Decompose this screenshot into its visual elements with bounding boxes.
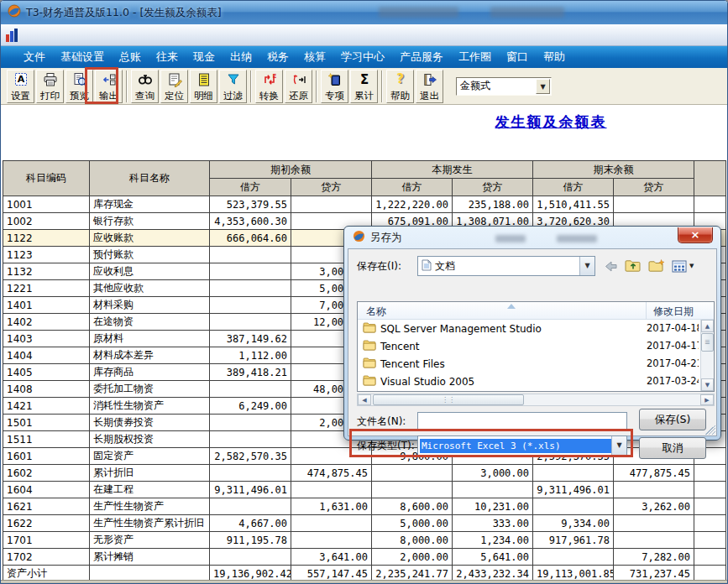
special-button[interactable]: 专项 xyxy=(321,70,348,103)
horizontal-scrollbar[interactable]: ◀ ⋮⋮ ▶ xyxy=(357,394,715,406)
menu-item[interactable]: 学习中心 xyxy=(333,46,392,68)
menu-item[interactable]: 产品服务 xyxy=(392,46,451,68)
svg-text:?: ? xyxy=(396,72,404,86)
locate-button[interactable]: 定位 xyxy=(160,70,188,103)
cell-amount xyxy=(533,549,614,566)
cell-amount: 4,667.00 xyxy=(210,515,291,532)
cell-amount xyxy=(210,549,291,566)
scrollbar-thumb[interactable]: ⋮⋮ xyxy=(373,394,524,405)
menu-item[interactable]: 现金 xyxy=(186,46,223,68)
table-total-row[interactable]: 资产小计19,136,902.42557,147.452,235,241.772… xyxy=(3,566,726,581)
convert-button[interactable]: E转换 xyxy=(255,70,283,103)
cell-amount xyxy=(614,515,694,532)
chevron-down-icon[interactable]: ▼ xyxy=(611,436,626,455)
file-type-combobox[interactable]: Microsoft Excel 3 (*.xls) ▼ xyxy=(417,435,627,456)
menu-item[interactable]: 往来 xyxy=(149,46,186,68)
chevron-down-icon[interactable]: ▼ xyxy=(536,79,550,94)
cell-amount xyxy=(453,482,533,498)
menu-item[interactable]: 文件 xyxy=(16,46,53,68)
help-button[interactable]: ??帮助 xyxy=(386,70,414,103)
toolbar-button-label: 定位 xyxy=(165,90,184,102)
scroll-up-icon[interactable]: ▲ xyxy=(701,320,714,332)
sum-button[interactable]: Σ累计 xyxy=(350,70,378,103)
toolbar-separator xyxy=(126,70,128,102)
export-button[interactable]: 输出 xyxy=(95,70,123,103)
file-list-item[interactable]: Visual Studio 20052017-03-24 上午 xyxy=(358,373,714,390)
cell-amount xyxy=(210,465,291,482)
settings-button[interactable]: A设置 xyxy=(7,70,34,103)
menu-item[interactable]: 总账 xyxy=(112,46,149,68)
file-list-item[interactable]: SQL Server Management Studio2017-04-18 上… xyxy=(358,320,714,337)
format-combobox[interactable]: 金额式▼ xyxy=(456,77,552,96)
format-combobox-value: 金额式 xyxy=(457,79,536,93)
menu-item[interactable]: 帮助 xyxy=(536,46,573,68)
table-row[interactable]: 1602累计折旧474,875.453,000.00477,875.45 xyxy=(3,465,726,482)
table-row[interactable]: 1001库存现金523,379.551,222,220.00235,188.00… xyxy=(3,196,726,213)
chevron-down-icon[interactable]: ▼ xyxy=(579,257,594,275)
save-as-dialog: 另存为 × 保存在(I): 文档 ▼ xyxy=(343,226,721,441)
close-icon[interactable]: × xyxy=(678,227,713,243)
table-row[interactable]: 1701无形资产911,195.788,000.001,234.00917,96… xyxy=(3,532,726,549)
column-header-name[interactable]: 名称 xyxy=(358,302,647,319)
blurred-text xyxy=(495,235,526,242)
table-row[interactable]: 1604在建工程9,311,496.019,311,496.01 xyxy=(3,482,726,498)
locate-icon xyxy=(167,72,182,87)
scroll-left-icon[interactable]: ◀ xyxy=(358,394,371,405)
cell-amount: 1,631.00 xyxy=(291,498,372,515)
cell-amount xyxy=(372,465,453,482)
col-group-current: 本期发生 xyxy=(372,161,533,179)
restore-icon xyxy=(291,72,306,87)
cell-amount xyxy=(210,498,291,515)
vertical-scrollbar[interactable]: ▲ ☰ ▼ xyxy=(700,320,714,391)
settings-icon: A xyxy=(13,72,29,87)
up-folder-icon[interactable] xyxy=(625,259,642,273)
preview-button[interactable]: 预览 xyxy=(65,70,93,103)
cell-amount xyxy=(533,498,614,515)
cancel-button[interactable]: 取消 xyxy=(639,437,706,459)
menu-item[interactable]: 窗口 xyxy=(499,46,536,68)
detail-button[interactable]: 明细 xyxy=(190,70,217,103)
table-row[interactable]: 1622生产性生物资产累计折旧4,667.005,000.00333.009,3… xyxy=(3,515,726,532)
column-header-date[interactable]: 修改日期 xyxy=(647,302,714,319)
new-folder-icon[interactable] xyxy=(648,259,665,273)
menu-item[interactable]: 基础设置 xyxy=(53,46,112,68)
table-row[interactable]: 1621生产性生物资产1,631.008,600.0010,231.003,26… xyxy=(3,498,726,515)
filename-input[interactable] xyxy=(417,412,627,430)
views-icon[interactable]: ▼ xyxy=(672,260,694,273)
file-list-header: 名称 修改日期 xyxy=(358,302,714,320)
scroll-right-icon[interactable]: ▶ xyxy=(700,394,714,405)
app-logo-icon xyxy=(8,4,21,21)
scrollbar-thumb[interactable]: ☰ xyxy=(701,333,714,352)
file-list-item[interactable]: Tencent2017-04-17 上午 xyxy=(358,337,714,355)
table-row[interactable]: 1702累计摊销3,641.002,000.005,641.007,282.00 xyxy=(3,549,726,566)
menu-item[interactable]: 核算 xyxy=(296,46,333,68)
resize-grip[interactable] xyxy=(705,425,715,435)
exit-button[interactable]: 退出 xyxy=(416,70,443,103)
cell-amount xyxy=(291,515,372,532)
file-list-item[interactable]: Tencent Files2017-04-21 上午 xyxy=(358,355,714,373)
save-in-value: 文档 xyxy=(435,259,455,274)
cell-amount: 1,510,411.55 xyxy=(533,196,614,213)
cell-amount: 9,311,496.01 xyxy=(210,482,291,498)
scroll-down-icon[interactable]: ▼ xyxy=(701,378,714,391)
menu-item[interactable]: 税务 xyxy=(259,46,296,68)
back-icon[interactable] xyxy=(604,260,618,273)
print-button[interactable]: 打印 xyxy=(36,70,64,103)
cell-amount: 2,582,570.35 xyxy=(210,448,291,465)
blurred-text xyxy=(490,7,564,18)
cell-amount: 3,262.00 xyxy=(614,498,694,515)
restore-button[interactable]: 还原 xyxy=(285,70,312,103)
menu-item[interactable]: 出纳 xyxy=(223,46,259,68)
cell-account-code: 1122 xyxy=(3,230,90,247)
cell-account-code: 1403 xyxy=(3,331,90,347)
search-button[interactable]: 查询 xyxy=(131,70,159,103)
save-button[interactable]: 保存(S) xyxy=(639,409,706,430)
cell-amount xyxy=(210,280,291,297)
toolbar-button-label: 输出 xyxy=(99,90,118,102)
save-in-combobox[interactable]: 文档 ▼ xyxy=(417,256,595,276)
filter-button[interactable]: 过滤 xyxy=(219,70,247,103)
preview-icon xyxy=(72,72,87,87)
toolbar-button-label: 明细 xyxy=(194,90,213,102)
menu-item[interactable]: 工作圈 xyxy=(451,46,499,68)
cell-amount: 8,000.00 xyxy=(372,532,453,549)
